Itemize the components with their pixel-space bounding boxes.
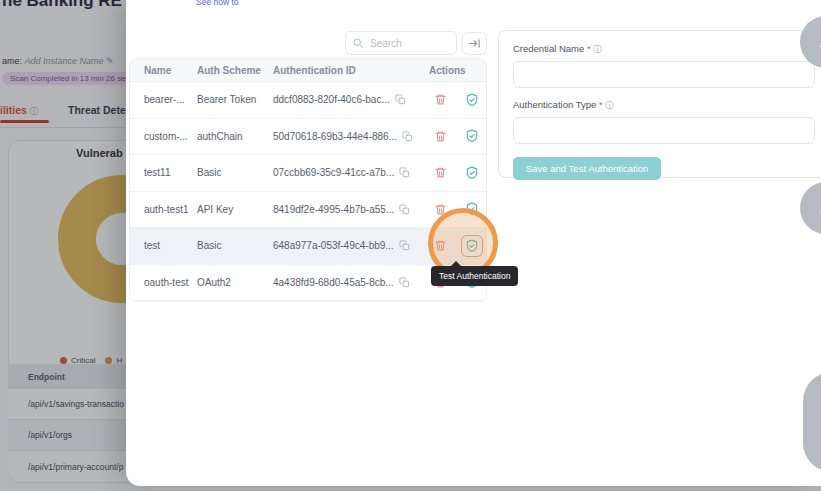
trash-icon <box>434 166 447 179</box>
auth-scheme-cell: authChain <box>197 131 273 142</box>
collapse-panel-button[interactable] <box>462 32 487 55</box>
test-authentication-button[interactable] <box>461 89 483 111</box>
copy-icon[interactable] <box>399 240 410 251</box>
row-actions <box>425 235 486 257</box>
see-how-to-link[interactable]: See how to <box>196 0 239 7</box>
credential-name-input[interactable] <box>513 61 815 88</box>
copy-icon[interactable] <box>399 167 410 178</box>
credential-name-cell: oauth-test <box>130 277 197 288</box>
test-authentication-tooltip: Test Authentication <box>431 266 518 286</box>
row-actions <box>425 89 486 111</box>
delete-button[interactable] <box>429 125 451 147</box>
auth-table-header-row: Name Auth Scheme Authentication ID Actio… <box>130 59 486 82</box>
delete-button[interactable] <box>429 162 451 184</box>
add-credential-form: Credential Name * ⓘ Authentication Type … <box>498 30 821 178</box>
table-row[interactable]: auth-test1 API Key 8419df2e-4995-4b7b-a5… <box>130 192 486 229</box>
test-authentication-button[interactable] <box>461 235 483 257</box>
auth-scheme-cell: Bearer Token <box>197 94 273 105</box>
header-auth-id: Authentication ID <box>273 65 425 76</box>
required-marker: * <box>599 99 603 110</box>
auth-scheme-cell: Basic <box>197 167 273 178</box>
auth-scheme-cell: OAuth2 <box>197 277 273 288</box>
credential-name-cell: bearer-... <box>130 94 197 105</box>
info-icon: ⓘ <box>593 44 602 54</box>
test-authentication-button[interactable] <box>461 125 483 147</box>
authentication-modal: See how to Name Auth Scheme Authenticati… <box>126 0 821 486</box>
table-row[interactable]: custom-... authChain 50d70618-69b3-44e4-… <box>130 119 486 156</box>
row-actions <box>425 125 486 147</box>
side-widget-pill[interactable] <box>803 372 821 472</box>
authentication-type-label: Authentication Type * ⓘ <box>513 99 821 112</box>
trash-icon <box>434 130 447 143</box>
trash-icon <box>434 93 447 106</box>
shield-check-icon <box>465 239 479 253</box>
shield-check-icon <box>465 166 479 180</box>
delete-button[interactable] <box>429 235 451 257</box>
row-actions <box>425 162 486 184</box>
auth-scheme-cell: Basic <box>197 240 273 251</box>
search-icon <box>352 37 364 49</box>
table-row[interactable]: bearer-... Bearer Token ddcf0883-820f-40… <box>130 82 486 119</box>
credential-name-cell: test <box>130 240 197 251</box>
copy-icon[interactable] <box>402 131 413 142</box>
auth-id-cell: 07ccbb69-35c9-41cc-a7b... <box>273 167 425 178</box>
copy-icon[interactable] <box>399 277 410 288</box>
credential-name-label: Credential Name * ⓘ <box>513 43 821 56</box>
delete-button[interactable] <box>429 89 451 111</box>
auth-id-cell: 8419df2e-4995-4b7b-a55... <box>273 204 425 215</box>
header-scheme: Auth Scheme <box>197 65 273 76</box>
test-authentication-button[interactable] <box>461 162 483 184</box>
auth-id-cell: ddcf0883-820f-40c6-bac... <box>273 94 425 105</box>
copy-icon[interactable] <box>395 94 406 105</box>
auth-scheme-cell: API Key <box>197 204 273 215</box>
auth-id-cell: 50d70618-69b3-44e4-886... <box>273 131 425 142</box>
table-row[interactable]: test11 Basic 07ccbb69-35c9-41cc-a7b... <box>130 155 486 192</box>
arrow-to-bar-icon <box>468 37 481 50</box>
delete-button[interactable] <box>429 198 451 220</box>
table-row[interactable]: test Basic 648a977a-053f-49c4-bb9... <box>130 228 486 265</box>
credential-name-cell: auth-test1 <box>130 204 197 215</box>
credential-name-cell: custom-... <box>130 131 197 142</box>
required-marker: * <box>587 43 591 54</box>
save-and-test-button[interactable]: Save and Test Authentication <box>513 157 661 180</box>
test-authentication-button[interactable] <box>461 198 483 220</box>
authentication-type-input[interactable] <box>513 117 815 144</box>
info-icon: ⓘ <box>605 100 614 110</box>
trash-icon <box>434 239 447 252</box>
auth-id-cell: 648a977a-053f-49c4-bb9... <box>273 240 425 251</box>
credential-name-cell: test11 <box>130 167 197 178</box>
trash-icon <box>434 203 447 216</box>
shield-check-icon <box>465 202 479 216</box>
search-field-wrap <box>345 31 457 55</box>
header-name: Name <box>130 65 197 76</box>
header-actions: Actions <box>425 65 486 76</box>
row-actions <box>425 198 486 220</box>
shield-check-icon <box>465 93 479 107</box>
auth-id-cell: 4a438fd9-68d0-45a5-8cb... <box>273 277 425 288</box>
shield-check-icon <box>465 129 479 143</box>
copy-icon[interactable] <box>399 204 410 215</box>
